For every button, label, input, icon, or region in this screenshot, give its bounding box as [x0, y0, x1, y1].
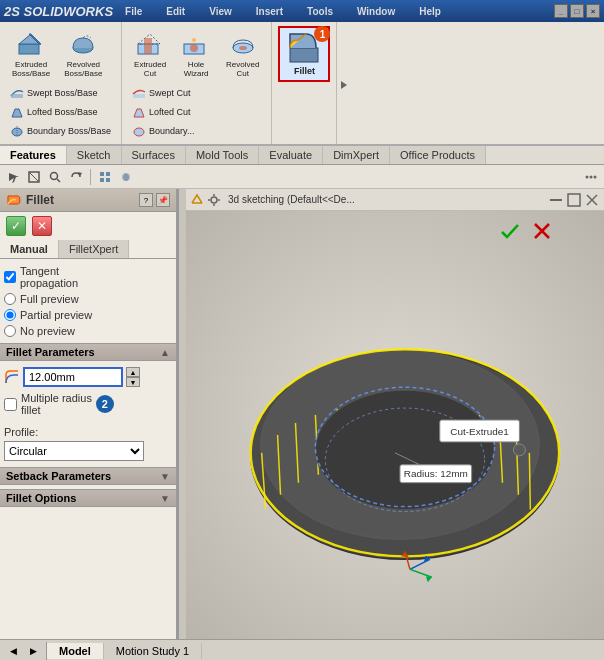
fillet-radius-down[interactable]: ▼ [126, 377, 140, 387]
menu-tools[interactable]: Tools [301, 4, 339, 19]
boundary-boss-base-button[interactable]: Boundary Boss/Base [6, 122, 115, 140]
boundary-cut-button[interactable]: Boundary... [128, 122, 265, 140]
render-style-button[interactable] [117, 168, 135, 186]
tab-dimxpert[interactable]: DimXpert [323, 146, 390, 164]
svg-point-33 [590, 175, 593, 178]
fillet-params-header[interactable]: Fillet Parameters ▲ [0, 343, 176, 361]
hole-wizard-button[interactable]: Hole Wizard [174, 26, 218, 82]
cancel-x-mark[interactable] [530, 219, 554, 243]
ok-checkmark[interactable] [498, 219, 522, 243]
fillet-radius-input[interactable]: 12.00mm [23, 367, 123, 387]
panel-pushpin-button[interactable]: 📌 [156, 193, 170, 207]
tab-evaluate[interactable]: Evaluate [259, 146, 323, 164]
maximize-button[interactable]: □ [570, 4, 584, 18]
panel-help-button[interactable]: ? [139, 193, 153, 207]
lofted-boss-icon [10, 105, 24, 119]
lofted-cut-button[interactable]: Lofted Cut [128, 103, 265, 121]
swept-boss-base-button[interactable]: Swept Boss/Base [6, 84, 115, 102]
menu-window[interactable]: Window [351, 4, 401, 19]
svg-rect-28 [106, 172, 110, 176]
ribbon-section-fillet: Fillet 1 [272, 22, 337, 144]
svg-point-15 [239, 46, 247, 50]
partial-preview-label: Partial preview [20, 309, 92, 321]
full-preview-radio[interactable] [4, 293, 16, 305]
tangent-propagation-row: Tangent propagation [4, 263, 172, 291]
arrow-tool-button[interactable] [4, 168, 22, 186]
ribbon-expand-button[interactable] [337, 22, 351, 144]
menu-insert[interactable]: Insert [250, 4, 289, 19]
view-selector-button[interactable] [96, 168, 114, 186]
setback-params-header[interactable]: Setback Parameters ▼ [0, 467, 176, 485]
menu-edit[interactable]: Edit [160, 4, 191, 19]
revolved-cut-button[interactable]: Revolved Cut [220, 26, 265, 82]
svg-line-73 [410, 559, 430, 569]
svg-rect-30 [106, 178, 110, 182]
fillet-radius-up[interactable]: ▲ [126, 367, 140, 377]
confirm-button[interactable]: ✓ [6, 216, 26, 236]
bottom-tab-model[interactable]: Model [47, 643, 104, 659]
extrude-boss-icon [17, 30, 45, 58]
menu-help[interactable]: Help [413, 4, 447, 19]
left-panel: Fillet ? 📌 ✓ ✕ Manual FilletXpert Tangen… [0, 189, 178, 639]
extrude-cut-icon [136, 30, 164, 58]
hole-wizard-icon [182, 30, 210, 58]
multiple-radius-checkbox[interactable] [4, 398, 17, 411]
no-preview-label: No preview [20, 325, 75, 337]
panel-tab-row: Manual FilletXpert [0, 240, 176, 259]
swept-cut-icon [132, 86, 146, 100]
svg-point-72 [513, 444, 525, 456]
tab-mold-tools[interactable]: Mold Tools [186, 146, 259, 164]
select-tool-button[interactable] [25, 168, 43, 186]
menu-view[interactable]: View [203, 4, 238, 19]
tab-sketch[interactable]: Sketch [67, 146, 122, 164]
svg-marker-20 [341, 81, 347, 89]
viewport: 3d sketching (Default<<De... ↖ [186, 189, 604, 639]
zoom-tool-button[interactable] [46, 168, 64, 186]
toolbar-divider [90, 169, 91, 185]
menu-file[interactable]: File [119, 4, 148, 19]
viewport-canvas[interactable]: ↖ [186, 211, 604, 639]
revolve-cut-icon [229, 30, 257, 58]
svg-marker-17 [134, 109, 144, 117]
tab-surfaces[interactable]: Surfaces [122, 146, 186, 164]
main-content: Fillet ? 📌 ✓ ✕ Manual FilletXpert Tangen… [0, 189, 604, 639]
fillet-param-icon [4, 369, 20, 385]
scroll-right-button[interactable]: ▶ [24, 642, 42, 660]
svg-rect-0 [19, 44, 39, 54]
extruded-cut-button[interactable]: Extruded Cut [128, 26, 172, 82]
lofted-boss-base-button[interactable]: Lofted Boss/Base [6, 103, 115, 121]
scroll-left-button[interactable]: ◀ [4, 642, 22, 660]
fillet-radius-row: 12.00mm ▲ ▼ [4, 365, 172, 389]
tab-office-products[interactable]: Office Products [390, 146, 486, 164]
window-controls: _ □ × [554, 4, 600, 18]
full-preview-label: Full preview [20, 293, 79, 305]
extrude-boss-base-button[interactable]: Extruded Boss/Base [6, 26, 56, 82]
panel-resize-handle[interactable] [178, 189, 186, 639]
tab-features[interactable]: Features [0, 146, 67, 164]
panel-title: Fillet [26, 193, 54, 207]
revolve-boss-icon [69, 30, 97, 58]
fillet-options-header[interactable]: Fillet Options ▼ [0, 489, 176, 507]
profile-select[interactable]: Circular Curvature Continuous Conic [4, 441, 144, 461]
tangent-propagation-checkbox[interactable] [4, 271, 16, 283]
close-button[interactable]: × [586, 4, 600, 18]
panel-tab-filletxpert[interactable]: FilletXpert [59, 240, 130, 258]
revolved-boss-base-button[interactable]: Revolved Boss/Base [58, 26, 108, 82]
multiple-radius-row: Multiple radius fillet 2 [4, 389, 172, 419]
cancel-button[interactable]: ✕ [32, 216, 52, 236]
panel-tab-manual[interactable]: Manual [0, 240, 59, 258]
minimize-button[interactable]: _ [554, 4, 568, 18]
rotate-tool-button[interactable] [67, 168, 85, 186]
swept-cut-button[interactable]: Swept Cut [128, 84, 265, 102]
more-button[interactable] [582, 168, 600, 186]
viewport-close-icon[interactable] [584, 192, 600, 208]
no-preview-radio[interactable] [4, 325, 16, 337]
profile-section: Profile: Circular Curvature Continuous C… [4, 419, 172, 465]
svg-rect-19 [290, 48, 318, 62]
fillet-button[interactable]: Fillet 1 [278, 26, 330, 82]
viewport-maximize-icon[interactable] [566, 192, 582, 208]
svg-rect-41 [550, 199, 562, 201]
bottom-tab-motion[interactable]: Motion Study 1 [104, 643, 202, 659]
partial-preview-radio[interactable] [4, 309, 16, 321]
viewport-minimize-icon[interactable] [548, 192, 564, 208]
